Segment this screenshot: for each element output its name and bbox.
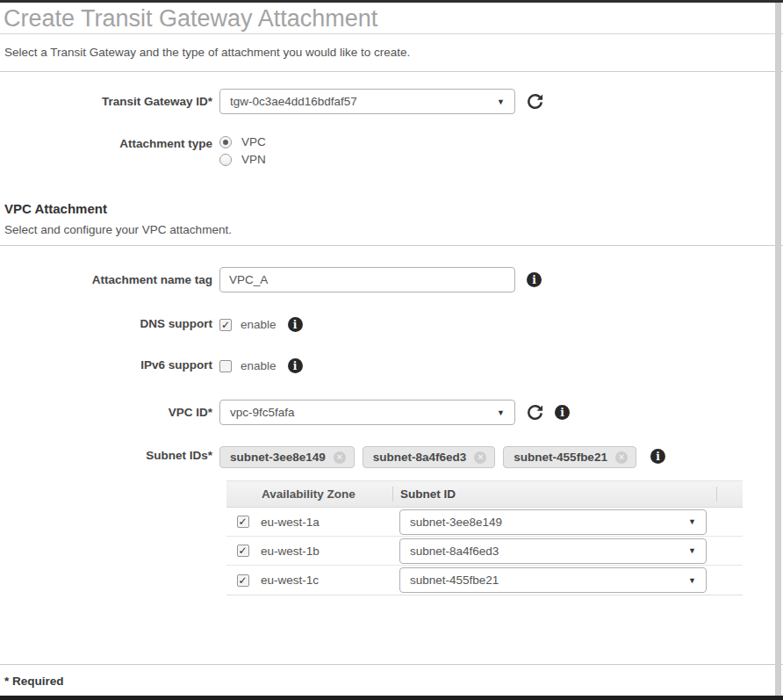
subnet-tag: subnet-8a4f6ed3 × xyxy=(363,446,496,468)
subnet-id-column-header: Subnet ID xyxy=(393,487,716,501)
create-transit-gateway-attachment-page: Create Transit Gateway Attachment Select… xyxy=(0,0,783,700)
table-row: ✓ eu-west-1c subnet-455fbe21 ▼ xyxy=(226,566,743,595)
table-header-row: Availability Zone Subnet ID xyxy=(226,480,743,508)
chevron-down-icon: ▼ xyxy=(497,408,505,417)
radio-button-vpn[interactable] xyxy=(219,154,232,166)
vpc-id-select[interactable]: vpc-9fc5fafa ▼ xyxy=(219,400,515,425)
transit-gateway-id-select[interactable]: tgw-0c3ae4dd16bdfaf57 ▼ xyxy=(219,89,515,114)
dns-support-label: DNS support xyxy=(0,317,219,330)
ipv6-support-label: IPv6 support xyxy=(0,358,219,372)
vpc-attachment-form-section: Attachment name tag i DNS support ✓ enab… xyxy=(0,246,783,595)
ipv6-support-checkbox[interactable] xyxy=(219,360,232,372)
az-row-checkbox[interactable]: ✓ xyxy=(237,574,249,587)
subnet-selection-table: Availability Zone Subnet ID ✓ eu-west-1a… xyxy=(226,480,743,595)
subnet-ids-label: Subnet IDs* xyxy=(0,444,219,462)
availability-zone-column-header: Availability Zone xyxy=(259,487,392,501)
chevron-down-icon: ▼ xyxy=(688,546,696,555)
gateway-form-section: Transit Gateway ID* tgw-0c3ae4dd16bdfaf5… xyxy=(0,72,783,166)
vpc-attachment-heading: VPC Attachment xyxy=(0,201,783,216)
subnet-id-select[interactable]: subnet-3ee8e149 ▼ xyxy=(399,509,707,535)
transit-gateway-id-value: tgw-0c3ae4dd16bdfaf57 xyxy=(230,95,357,108)
attachment-type-option-vpn[interactable]: VPN xyxy=(219,153,266,166)
subnet-id-select[interactable]: subnet-8a4f6ed3 ▼ xyxy=(399,538,707,564)
attachment-name-tag-label: Attachment name tag xyxy=(0,267,219,286)
dns-support-enable-label: enable xyxy=(241,318,277,331)
remove-subnet-icon[interactable]: × xyxy=(474,451,486,464)
availability-zone-value: eu-west-1c xyxy=(259,574,392,587)
attachment-name-tag-input[interactable] xyxy=(219,267,515,292)
availability-zone-value: eu-west-1b xyxy=(259,545,392,558)
attachment-type-vpc-label: VPC xyxy=(241,135,266,148)
table-row: ✓ eu-west-1a subnet-3ee8e149 ▼ xyxy=(226,508,743,537)
subnet-id-value: subnet-3ee8e149 xyxy=(410,516,502,529)
refresh-transit-gateway-button[interactable] xyxy=(527,93,543,110)
info-icon[interactable]: i xyxy=(555,405,570,420)
subnet-id-value: subnet-455fbe21 xyxy=(410,574,499,587)
subnet-id-select[interactable]: subnet-455fbe21 ▼ xyxy=(399,567,707,593)
remove-subnet-icon[interactable]: × xyxy=(615,451,628,464)
page-title: Create Transit Gateway Attachment xyxy=(4,5,776,32)
attachment-type-vpn-label: VPN xyxy=(241,153,266,166)
subnet-tag-text: subnet-3ee8e149 xyxy=(230,451,326,464)
subnet-tag: subnet-3ee8e149 × xyxy=(219,446,355,468)
vpc-id-value: vpc-9fc5fafa xyxy=(230,406,295,419)
page-description: Select a Transit Gateway and the type of… xyxy=(0,34,783,72)
radio-button-vpc[interactable] xyxy=(219,136,232,148)
attachment-type-label: Attachment type xyxy=(0,135,219,150)
transit-gateway-id-label: Transit Gateway ID* xyxy=(0,89,219,108)
required-note: * Required xyxy=(0,664,783,696)
chevron-down-icon: ▼ xyxy=(497,97,505,106)
refresh-icon xyxy=(527,93,543,110)
column-divider xyxy=(716,487,717,502)
info-icon[interactable]: i xyxy=(650,449,665,464)
ipv6-support-enable-label: enable xyxy=(241,359,277,372)
subnet-tag-text: subnet-8a4f6ed3 xyxy=(373,451,467,464)
subnet-tag: subnet-455fbe21 × xyxy=(503,446,636,468)
table-row: ✓ eu-west-1b subnet-8a4f6ed3 ▼ xyxy=(226,537,743,566)
attachment-type-option-vpc[interactable]: VPC xyxy=(219,135,266,148)
vpc-id-label: VPC ID* xyxy=(0,400,219,419)
info-icon[interactable]: i xyxy=(288,358,303,373)
az-row-checkbox[interactable]: ✓ xyxy=(237,516,249,528)
window-bottom-edge xyxy=(0,696,783,700)
dns-support-checkbox[interactable]: ✓ xyxy=(219,319,232,331)
refresh-icon xyxy=(527,404,543,421)
availability-zone-value: eu-west-1a xyxy=(259,516,392,529)
chevron-down-icon: ▼ xyxy=(688,517,696,526)
page-header: Create Transit Gateway Attachment xyxy=(0,3,783,34)
remove-subnet-icon[interactable]: × xyxy=(334,451,346,464)
scrollbar[interactable] xyxy=(775,3,781,696)
subnet-id-value: subnet-8a4f6ed3 xyxy=(410,545,499,558)
info-icon[interactable]: i xyxy=(288,317,303,332)
az-row-checkbox[interactable]: ✓ xyxy=(237,545,249,557)
content-spacer xyxy=(0,595,783,664)
refresh-vpc-button[interactable] xyxy=(527,404,543,421)
chevron-down-icon: ▼ xyxy=(688,576,696,585)
vpc-attachment-description: Select and configure your VPC attachment… xyxy=(0,223,783,246)
subnet-tag-text: subnet-455fbe21 xyxy=(514,451,607,464)
info-icon[interactable]: i xyxy=(527,272,542,287)
